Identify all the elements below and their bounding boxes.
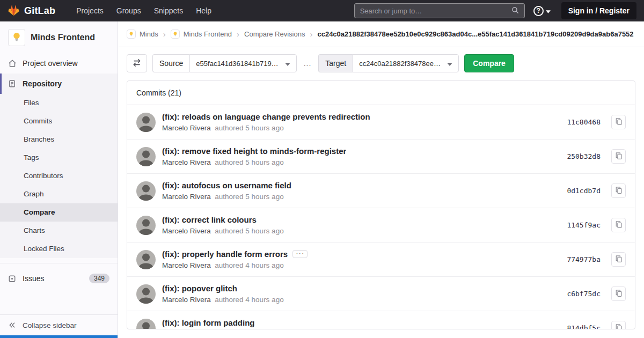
commit-row: (fix): properly handle form errors ··· M… (127, 243, 635, 277)
commit-authored-text: authored 5 hours ago (213, 193, 284, 201)
person-icon (136, 147, 156, 166)
person-icon (136, 250, 156, 269)
copy-sha-button[interactable] (611, 252, 626, 267)
commit-author-link[interactable]: Marcelo Rivera (162, 261, 211, 269)
commit-title-link[interactable]: (fix): remove fixed height to minds-form… (162, 146, 346, 156)
gitlab-logo[interactable]: GitLab (8, 4, 55, 18)
compare-button[interactable]: Compare (464, 54, 514, 72)
search-box[interactable] (354, 3, 525, 18)
commit-meta: Marcelo Rivera authored 5 hours ago (162, 193, 560, 201)
copy-sha-button[interactable] (611, 218, 626, 232)
breadcrumb-separator: › (163, 30, 166, 39)
sidebar-item-charts[interactable]: Charts (0, 222, 118, 240)
commit-title-link[interactable]: (fix): reloads on language change preven… (162, 112, 370, 121)
commit-info: (fix): remove fixed height to minds-form… (162, 146, 560, 166)
source-ref-value: e55fac141d361841b719… (196, 60, 278, 68)
commit-sha-link[interactable]: 0d1cdb7d (567, 187, 601, 195)
tanuki-icon (8, 4, 20, 18)
author-avatar[interactable] (136, 250, 156, 269)
nav-item-snippets[interactable]: Snippets (148, 4, 189, 18)
copy-sha-button[interactable] (611, 321, 626, 329)
commit-info: (fix): popover glitch Marcelo Rivera aut… (162, 284, 560, 304)
commit-row: (fix): correct link colours Marcelo Rive… (127, 208, 635, 243)
nav-item-groups[interactable]: Groups (111, 4, 147, 18)
breadcrumb-link-minds[interactable]: Minds (127, 30, 158, 39)
target-ref-dropdown[interactable]: cc24c0a21882f38478ee… (353, 54, 459, 72)
compare-separator: ... (304, 59, 312, 68)
collapse-sidebar-button[interactable]: Collapse sidebar (0, 315, 118, 335)
commit-author-link[interactable]: Marcelo Rivera (162, 227, 211, 235)
copy-sha-button[interactable] (611, 149, 626, 164)
commit-title-link[interactable]: (fix): properly handle form errors (162, 249, 288, 259)
author-avatar[interactable] (136, 319, 156, 330)
copy-sha-button[interactable] (611, 183, 626, 198)
copy-sha-button[interactable] (611, 115, 626, 129)
sign-in-register-button[interactable]: Sign in / Register (561, 2, 636, 19)
collapse-label: Collapse sidebar (23, 321, 77, 329)
commit-row: (fix): autofocus on username field Marce… (127, 174, 635, 208)
commit-info: (fix): correct link colours Marcelo Rive… (162, 215, 560, 235)
commit-title-link[interactable]: (fix): autofocus on username field (162, 181, 291, 190)
person-icon (136, 319, 156, 330)
repository-icon (8, 79, 17, 88)
nav-item-help[interactable]: Help (190, 4, 217, 18)
commit-sha-link[interactable]: 814dbf5c (567, 324, 601, 329)
sidebar-item-repository[interactable]: Repository (0, 74, 118, 94)
clipboard-icon (615, 255, 623, 264)
commit-author-link[interactable]: Marcelo Rivera (162, 296, 211, 304)
collapse-wrap: Collapse sidebar (0, 314, 118, 338)
project-mini-avatar (171, 30, 180, 39)
author-avatar[interactable] (136, 216, 156, 235)
commit-author-link[interactable]: Marcelo Rivera (162, 158, 211, 166)
swap-revisions-button[interactable] (127, 54, 147, 72)
home-icon (8, 59, 17, 68)
commit-title-link[interactable]: (fix): login form padding (162, 318, 254, 327)
project-name: Minds Frontend (31, 33, 95, 42)
commit-title-link[interactable]: (fix): correct link colours (162, 215, 257, 224)
breadcrumb-link-compare-revisions[interactable]: Compare Revisions (244, 30, 305, 38)
breadcrumb-link-minds-frontend[interactable]: Minds Frontend (171, 30, 232, 39)
sidebar-item-files[interactable]: Files (0, 94, 118, 112)
nav-item-projects[interactable]: Projects (70, 4, 109, 18)
swap-icon (132, 58, 142, 69)
commit-sha-link[interactable]: 11c80468 (567, 118, 601, 126)
help-menu[interactable]: ? (533, 6, 551, 16)
commit-sha-link[interactable]: 774977ba (567, 255, 601, 263)
sidebar-item-contributors[interactable]: Contributors (0, 167, 118, 185)
sidebar-item-commits[interactable]: Commits (0, 112, 118, 130)
source-ref-dropdown[interactable]: e55fac141d361841b719… (189, 54, 296, 72)
project-header[interactable]: Minds Frontend (0, 21, 118, 53)
commit-authored-text: authored 5 hours ago (213, 227, 284, 235)
commit-author-link[interactable]: Marcelo Rivera (162, 124, 211, 132)
author-avatar[interactable] (136, 147, 156, 166)
commit-author-link[interactable]: Marcelo Rivera (162, 193, 211, 201)
author-avatar[interactable] (136, 181, 156, 201)
commit-sha-link[interactable]: c6bf75dc (567, 290, 601, 298)
commit-title-link[interactable]: (fix): popover glitch (162, 284, 237, 293)
commit-info: (fix): login form padding Marcelo Rivera… (162, 318, 560, 329)
commit-sha-link[interactable]: 250b32d8 (567, 152, 601, 160)
commit-meta: Marcelo Rivera authored 5 hours ago (162, 158, 560, 166)
commit-sha-link[interactable]: 1145f9ac (567, 221, 601, 229)
sidebar-item-tags[interactable]: Tags (0, 149, 118, 167)
sidebar-item-graph[interactable]: Graph (0, 185, 118, 203)
sidebar-item-branches[interactable]: Branches (0, 130, 118, 149)
sidebar-item-project-overview[interactable]: Project overview (0, 53, 118, 74)
breadcrumb-separator: › (237, 30, 239, 39)
issues-count-badge: 349 (89, 274, 109, 283)
search-input[interactable] (360, 7, 507, 15)
commit-description-expander[interactable]: ··· (292, 250, 308, 258)
breadcrumb: Minds›Minds Frontend›Compare Revisions›c… (118, 21, 644, 47)
sidebar-item-compare[interactable]: Compare (0, 203, 118, 222)
author-avatar[interactable] (136, 113, 156, 132)
commit-info: (fix): properly handle form errors ··· M… (162, 249, 560, 269)
clipboard-icon (615, 324, 623, 330)
sidebar-item-locked-files[interactable]: Locked Files (0, 240, 118, 258)
sidebar-item-issues[interactable]: Issues 349 (0, 268, 118, 289)
sidebar-item-label: Repository (23, 79, 62, 88)
author-avatar[interactable] (136, 284, 156, 304)
compare-revisions-form: Source e55fac141d361841b719… ... Target … (118, 47, 644, 80)
brand-text: GitLab (24, 5, 55, 17)
copy-sha-button[interactable] (611, 286, 626, 301)
repository-section: Repository FilesCommitsBranchesTagsContr… (0, 74, 118, 258)
